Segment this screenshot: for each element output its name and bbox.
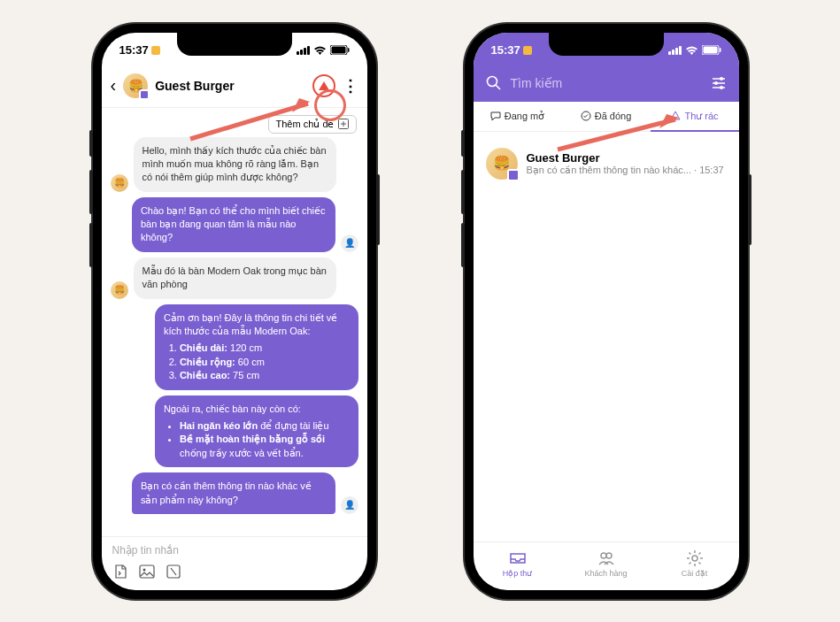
message-out: Ngoài ra, chiếc bàn này còn có: Hai ngăn… (155, 395, 358, 468)
svg-point-16 (720, 86, 723, 89)
status-app-icon (151, 46, 160, 55)
message-out: Cảm ơn bạn! Đây là thông tin chi tiết về… (155, 304, 358, 390)
annotation-circle (314, 89, 346, 121)
message-in: Mẫu đó là bàn Modern Oak trong mục bàn v… (134, 257, 337, 299)
tab-open[interactable]: Đang mở (474, 102, 562, 131)
signal-icon (668, 46, 682, 55)
svg-rect-0 (151, 46, 160, 55)
conversation-item[interactable]: 🍔 Guest Burger Bạn có cần thêm thông tin… (474, 141, 739, 187)
wifi-icon (313, 45, 327, 56)
battery-icon (702, 45, 721, 55)
more-icon[interactable]: ⋮ (343, 76, 358, 96)
phone-left: 15:37 ‹ 🍔 Guest Burger ⋮ Thêm chủ đề (93, 24, 376, 599)
message-input[interactable]: Nhập tin nhắn (112, 544, 357, 564)
svg-point-15 (714, 81, 718, 85)
search-header: Tìm kiếm (474, 68, 739, 102)
status-icons (668, 45, 721, 56)
svg-point-20 (692, 556, 697, 561)
message-out: Chào bạn! Bạn có thể cho mình biết chiếc… (132, 197, 335, 252)
customer-avatar-icon: 🍔 (111, 174, 128, 192)
conversation-list[interactable]: 🍔 Guest Burger Bạn có cần thêm thông tin… (474, 132, 739, 541)
add-topic-icon (338, 119, 349, 129)
back-icon[interactable]: ‹ (111, 75, 117, 96)
chat-input-area: Nhập tin nhắn (102, 536, 367, 590)
svg-point-19 (606, 553, 612, 558)
nav-inbox[interactable]: Hộp thư (474, 549, 562, 578)
phone-notch (177, 33, 292, 56)
customers-icon (597, 549, 615, 567)
status-icons (297, 45, 350, 56)
gear-icon (686, 549, 704, 567)
signal-icon (297, 46, 310, 55)
add-topic-button[interactable]: Thêm chủ đề (268, 115, 357, 134)
bottom-nav: Hộp thư Khách hàng Cài đặt (474, 541, 739, 590)
customer-avatar-icon: 🍔 (111, 281, 128, 299)
wifi-icon (685, 45, 698, 56)
canned-response-icon[interactable] (166, 564, 181, 580)
attachment-icon[interactable] (112, 564, 128, 580)
svg-point-13 (487, 76, 497, 86)
status-time: 15:37 (119, 43, 149, 57)
chat-title: Guest Burger (155, 79, 304, 93)
svg-rect-11 (703, 47, 717, 54)
spam-triangle-icon (670, 111, 681, 121)
status-app-icon (523, 46, 532, 55)
conversation-preview: Bạn có cần thêm thông tin nào khác... · … (527, 165, 727, 176)
image-icon[interactable] (139, 564, 155, 580)
chat-messages[interactable]: 🍔 Hello, mình thấy kích thước của chiếc … (102, 137, 367, 536)
agent-avatar-icon: 👤 (341, 234, 358, 252)
inbox-icon (509, 549, 527, 567)
contact-avatar: 🍔 (486, 148, 518, 180)
svg-rect-3 (348, 48, 350, 52)
contact-avatar[interactable]: 🍔 (123, 73, 148, 98)
svg-point-14 (720, 77, 723, 81)
check-circle-icon (581, 111, 591, 121)
svg-rect-2 (331, 47, 345, 54)
nav-settings[interactable]: Cài đặt (651, 549, 739, 578)
svg-point-18 (601, 553, 606, 558)
conversation-name: Guest Burger (527, 151, 727, 165)
tab-closed[interactable]: Đã đóng (562, 102, 651, 131)
search-input[interactable]: Tìm kiếm (511, 76, 702, 90)
battery-icon (330, 45, 350, 55)
agent-avatar-icon: 👤 (341, 496, 358, 514)
message-in: Hello, mình thấy kích thước của chiếc bà… (134, 137, 337, 192)
svg-point-6 (143, 568, 145, 571)
status-time: 15:37 (491, 43, 520, 57)
phone-notch (549, 33, 664, 56)
tab-spam[interactable]: Thư rác (651, 102, 739, 131)
phone-right: 15:37 Tìm kiếm Đang mở Đã đóng (465, 24, 748, 599)
filter-icon[interactable] (711, 75, 727, 91)
svg-rect-12 (720, 48, 721, 52)
nav-customers[interactable]: Khách hàng (562, 549, 651, 578)
chat-open-icon (490, 111, 501, 121)
inbox-tabs: Đang mở Đã đóng Thư rác (474, 102, 739, 132)
svg-rect-9 (523, 46, 532, 55)
svg-rect-5 (140, 565, 154, 578)
message-out: Bạn có cần thêm thông tin nào khác về sả… (132, 472, 335, 514)
search-icon[interactable] (486, 75, 502, 91)
